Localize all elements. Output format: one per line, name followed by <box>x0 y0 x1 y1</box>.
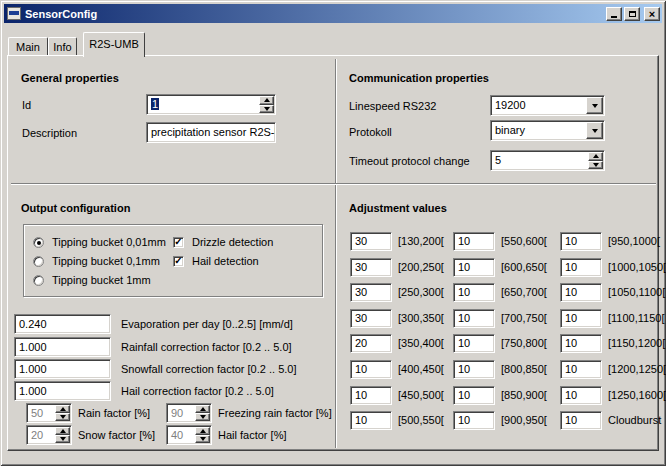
radio-button-tipping-001[interactable] <box>33 237 44 248</box>
down-arrow-icon <box>264 107 270 111</box>
adjustment-value-field[interactable]: 10 <box>560 283 602 302</box>
adjustment-value-field[interactable]: 10 <box>350 386 392 405</box>
id-spin-down-button[interactable] <box>259 105 274 114</box>
hail-factor-spin-down-button[interactable] <box>195 435 210 443</box>
adjustment-cell: 30[200,250[ <box>350 258 453 284</box>
adjustment-value-field[interactable]: 20 <box>350 334 392 353</box>
maximize-button[interactable] <box>624 7 640 21</box>
adjustment-range-label: [1250,1600[ <box>608 389 666 401</box>
titlebar[interactable]: SensorConfig <box>4 4 662 23</box>
description-field[interactable]: precipitation sensor R2S-UM <box>146 122 276 143</box>
adjustment-value-field[interactable]: 10 <box>453 283 495 302</box>
snow-factor-spin-up-button[interactable] <box>55 427 70 435</box>
hail-factor-field[interactable]: 40 <box>166 425 212 445</box>
checkbox-label: Drizzle detection <box>192 236 273 248</box>
up-arrow-icon <box>200 429 206 433</box>
adjustment-value-field[interactable]: 30 <box>350 283 392 302</box>
down-arrow-icon <box>593 163 599 167</box>
rain-factor-spin-down-button[interactable] <box>55 413 70 421</box>
adjustment-value-field[interactable]: 10 <box>560 232 602 251</box>
tab-info-label: Info <box>53 41 71 53</box>
radio-button-tipping-1[interactable] <box>33 275 44 286</box>
adjustment-value-field[interactable]: 30 <box>350 309 392 328</box>
adjustment-value-field[interactable]: 10 <box>453 258 495 277</box>
adjustment-value-field[interactable]: 10 <box>453 386 495 405</box>
adjustment-value-field[interactable]: 10 <box>453 411 495 430</box>
timeout-field[interactable]: 5 <box>490 150 605 171</box>
adjustment-value-field[interactable]: 30 <box>350 258 392 277</box>
down-arrow-icon <box>60 415 66 419</box>
freezing-rain-factor-value: 90 <box>167 404 195 422</box>
rainfall-correction-field[interactable]: 1.000 <box>14 337 111 357</box>
freezing-rain-factor-spin-up-button[interactable] <box>195 405 210 413</box>
timeout-spin-up-button[interactable] <box>588 152 603 161</box>
adjustment-value-field[interactable]: 10 <box>560 309 602 328</box>
horizontal-divider <box>11 183 656 185</box>
adjustment-cell: 30[300,350[ <box>350 309 453 335</box>
radio-button-tipping-01[interactable] <box>33 256 44 267</box>
adjustment-range-label: [550,600[ <box>501 235 547 247</box>
id-field[interactable]: 1 <box>146 94 276 115</box>
hail-correction-field[interactable]: 1.000 <box>14 381 111 401</box>
tab-r2s-umb-label: R2S-UMB <box>89 38 139 50</box>
adjustment-range-label: [450,500[ <box>398 389 444 401</box>
linespeed-combobox[interactable]: 19200 <box>490 95 605 116</box>
adjustment-value-field[interactable]: 10 <box>453 360 495 379</box>
up-arrow-icon <box>264 98 270 102</box>
adjustment-cell: 10[1150,1200[ <box>560 334 666 360</box>
adjustment-value-field[interactable]: 10 <box>350 411 392 430</box>
hail-factor-spin-up-button[interactable] <box>195 427 210 435</box>
adjustment-value-field[interactable]: 10 <box>453 309 495 328</box>
timeout-spin-down-button[interactable] <box>588 161 603 170</box>
adjustment-values-heading: Adjustment values <box>349 202 447 214</box>
radio-row-tipping-001: Tipping bucket 0,01mm <box>33 235 166 249</box>
rain-factor-field[interactable]: 50 <box>26 403 72 423</box>
hail-factor-value: 40 <box>167 426 195 444</box>
adjustment-value-field[interactable]: 30 <box>350 232 392 251</box>
up-arrow-icon <box>60 429 66 433</box>
id-spin-up-button[interactable] <box>259 96 274 105</box>
adjustment-value-field[interactable]: 10 <box>453 232 495 251</box>
rain-factor-spin-up-button[interactable] <box>55 405 70 413</box>
adjustment-value-field[interactable]: 10 <box>560 360 602 379</box>
adjustment-cell: 30[250,300[ <box>350 283 453 309</box>
close-button[interactable] <box>644 7 660 21</box>
freezing-rain-factor-label: Freezing rain factor [%] <box>218 407 332 419</box>
adjustment-range-label: [250,300[ <box>398 286 444 298</box>
snow-hail-factor-row: 20 Snow factor [%] 40 Hail factor [%] <box>26 425 286 445</box>
adjustment-value-field[interactable]: 10 <box>560 258 602 277</box>
tab-main[interactable]: Main <box>8 37 48 55</box>
freezing-rain-factor-spin-down-button[interactable] <box>195 413 210 421</box>
freezing-rain-factor-field[interactable]: 90 <box>166 403 212 423</box>
maximize-icon <box>629 11 636 17</box>
up-arrow-icon <box>593 154 599 158</box>
adjustment-value-field[interactable]: 10 <box>560 386 602 405</box>
description-label: Description <box>22 127 77 139</box>
snow-factor-label: Snow factor [%] <box>78 429 166 441</box>
up-arrow-icon <box>60 407 66 411</box>
protocol-combobox[interactable]: binary <box>490 120 605 141</box>
evaporation-field[interactable]: 0.240 <box>14 314 111 334</box>
snowfall-correction-field[interactable]: 1.000 <box>14 359 111 379</box>
adjustment-value-field[interactable]: 10 <box>560 411 602 430</box>
adjustment-range-label: [1100,1150[ <box>608 312 664 324</box>
protocol-dropdown-button[interactable] <box>586 122 603 139</box>
snow-factor-value: 20 <box>27 426 55 444</box>
snow-factor-spin-down-button[interactable] <box>55 435 70 443</box>
tab-r2s-umb[interactable]: R2S-UMB <box>83 32 145 57</box>
adjustment-value-field[interactable]: 10 <box>453 334 495 353</box>
adjustment-value-field[interactable]: 10 <box>350 360 392 379</box>
checkbox-drizzle-detection[interactable] <box>173 237 184 248</box>
tab-info[interactable]: Info <box>48 37 77 55</box>
hail-correction-row: 1.000 Hail correction factor [0.2 .. 5.0… <box>14 381 274 401</box>
linespeed-dropdown-button[interactable] <box>586 97 603 114</box>
adjustment-range-label: Cloudburst <box>608 414 661 426</box>
radio-label: Tipping bucket 0,1mm <box>52 255 160 267</box>
adjustment-cell: 10[900,950[ <box>453 411 560 437</box>
minimize-button[interactable] <box>606 7 622 21</box>
snow-factor-field[interactable]: 20 <box>26 425 72 445</box>
adjustment-value-field[interactable]: 10 <box>560 334 602 353</box>
checkbox-hail-detection[interactable] <box>173 256 184 267</box>
adjustment-range-label: [750,800[ <box>501 337 547 349</box>
rain-factor-label: Rain factor [%] <box>78 407 166 419</box>
